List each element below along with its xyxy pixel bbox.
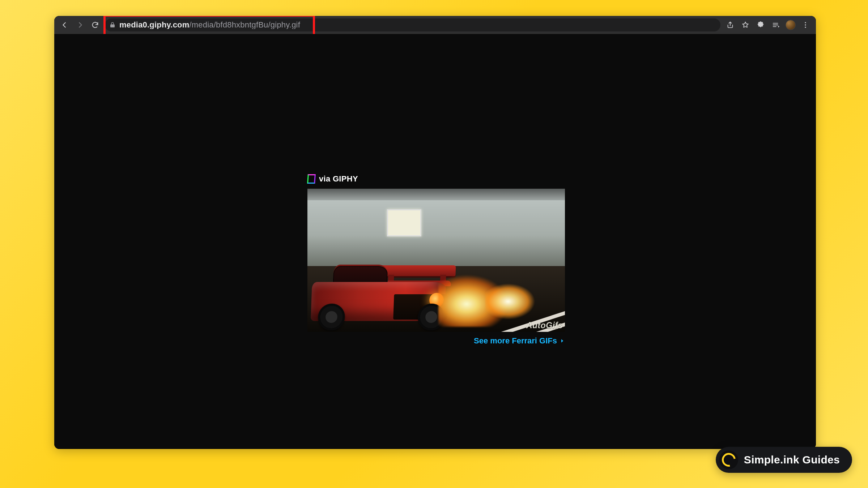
simpleink-badge: [719, 450, 738, 469]
nav-button-group: [59, 20, 101, 30]
simpleink-guides-label: Simple.ink Guides: [744, 454, 840, 466]
svg-point-0: [805, 22, 806, 23]
reload-icon: [91, 21, 99, 29]
kebab-menu-icon: [801, 21, 809, 29]
extensions-button[interactable]: [755, 20, 766, 30]
bookmark-button[interactable]: [740, 20, 751, 30]
address-bar-url: media0.giphy.com/media/bfd8hxbntgfBu/gip…: [119, 21, 716, 29]
back-button[interactable]: [59, 20, 70, 30]
url-domain: media0.giphy.com: [119, 21, 190, 29]
browser-window: media0.giphy.com/media/bfd8hxbntgfBu/gip…: [54, 16, 816, 449]
svg-point-1: [805, 24, 806, 25]
slide-stage: media0.giphy.com/media/bfd8hxbntgfBu/gip…: [0, 0, 868, 488]
ferrari-car: [310, 251, 454, 330]
url-path: /media/bfd8hxbntgfBu/giphy.gif: [190, 21, 300, 29]
via-giphy-bar[interactable]: via GIPHY: [307, 173, 565, 185]
share-icon: [726, 21, 734, 29]
via-giphy-label: via GIPHY: [319, 174, 358, 184]
media-controls-button[interactable]: [770, 20, 781, 30]
browser-toolbar: media0.giphy.com/media/bfd8hxbntgfBu/gip…: [54, 16, 816, 34]
lock-icon: [109, 22, 116, 28]
forward-button[interactable]: [75, 20, 85, 30]
scene-ceiling-shadow: [307, 189, 565, 200]
chevron-right-icon: [559, 338, 565, 344]
media-controls-icon: [772, 21, 780, 29]
share-button[interactable]: [725, 20, 736, 30]
see-more-gifs-link[interactable]: See more Ferrari GIFs: [307, 336, 565, 346]
page-viewport: via GIPHY: [54, 34, 816, 449]
profile-avatar[interactable]: [786, 20, 796, 30]
scene-light-panel: [387, 209, 421, 236]
address-bar[interactable]: media0.giphy.com/media/bfd8hxbntgfBu/gip…: [105, 18, 720, 31]
menu-button[interactable]: [800, 20, 811, 30]
simpleink-ring-icon: [719, 450, 738, 470]
simpleink-guides-pill[interactable]: Simple.ink Guides: [716, 447, 852, 473]
back-arrow-icon: [61, 21, 69, 29]
see-more-gifs-label: See more Ferrari GIFs: [474, 336, 557, 346]
reload-button[interactable]: [90, 20, 101, 30]
svg-point-2: [805, 27, 806, 28]
gif-content-container: via GIPHY: [307, 173, 565, 346]
star-icon: [741, 21, 749, 29]
toolbar-right-group: [725, 20, 811, 30]
gif-watermark: AutoGifs: [526, 321, 563, 330]
forward-arrow-icon: [76, 21, 84, 29]
giphy-logo-icon: [307, 174, 315, 184]
puzzle-icon: [757, 21, 765, 29]
exhaust-flame-core: [485, 278, 550, 321]
gif-image[interactable]: AutoGifs: [307, 189, 565, 332]
